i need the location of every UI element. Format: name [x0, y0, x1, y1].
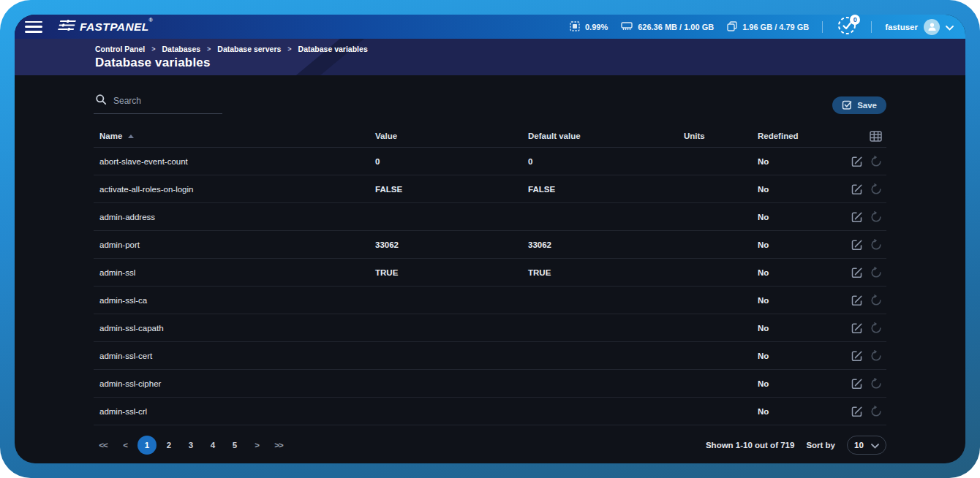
column-header-value[interactable]: Value [375, 132, 528, 140]
menu-icon[interactable] [25, 21, 42, 33]
edit-icon[interactable] [851, 211, 863, 223]
table-row: abort-slave-event-count00No [94, 148, 886, 175]
reset-icon[interactable] [870, 267, 882, 278]
sort-asc-icon [128, 134, 134, 138]
disk-value: 1.96 GB / 4.79 GB [742, 23, 809, 31]
toolbar: Save [94, 91, 886, 114]
column-header-default-value[interactable]: Default value [528, 132, 684, 140]
cell-redefined: No [758, 213, 842, 221]
column-settings-icon[interactable] [870, 131, 882, 142]
window-frame: FASTPANEL® 0.99% 626.36 MB / 1.00 GB [0, 0, 980, 478]
breadcrumb-separator: > [287, 45, 291, 53]
page-header: Control Panel>Databases>Database servers… [15, 39, 965, 75]
edit-icon[interactable] [851, 239, 863, 251]
table-row: admin-ssl-capathNo [94, 314, 886, 342]
reset-icon[interactable] [870, 156, 882, 167]
edit-icon[interactable] [851, 350, 863, 362]
main-content: Save Name Value Default value Units Rede… [15, 75, 965, 463]
cell-redefined: No [758, 324, 842, 333]
per-page-value: 10 [854, 441, 864, 449]
breadcrumb-item[interactable]: Database servers [217, 45, 281, 53]
memory-value: 626.36 MB / 1.00 GB [638, 23, 714, 31]
fastpanel-app: FASTPANEL® 0.99% 626.36 MB / 1.00 GB [15, 15, 965, 463]
divider [822, 21, 823, 33]
memory-icon [621, 21, 633, 32]
brand-logo[interactable]: FASTPANEL® [59, 20, 153, 34]
reset-icon[interactable] [870, 406, 882, 417]
table-body: abort-slave-event-count00Noactivate-all-… [94, 148, 886, 425]
cell-actions [842, 378, 886, 390]
memory-stat: 626.36 MB / 1.00 GB [621, 21, 714, 32]
cell-default-value: FALSE [528, 185, 684, 194]
cell-name: abort-slave-event-count [94, 157, 375, 166]
cell-name: admin-ssl [94, 268, 375, 277]
notifications-button[interactable]: 0 [836, 16, 858, 38]
reset-icon[interactable] [870, 295, 882, 306]
table-row: admin-sslTRUETRUENo [94, 259, 886, 287]
sort-by-label: Sort by [806, 441, 835, 449]
disk-stat: 1.96 GB / 4.79 GB [727, 21, 809, 33]
cell-default-value: 33062 [528, 240, 684, 249]
table-row: admin-addressNo [94, 203, 886, 231]
pagination-page-button[interactable]: 4 [203, 436, 222, 455]
edit-icon[interactable] [851, 378, 863, 390]
cell-actions [842, 156, 886, 167]
chevron-down-icon [946, 20, 954, 34]
page-title: Database variables [95, 56, 965, 70]
table-row: admin-ssl-cipherNo [94, 370, 886, 398]
edit-icon[interactable] [851, 322, 863, 334]
cpu-icon [570, 21, 580, 33]
pagination-page-button[interactable]: 2 [159, 436, 178, 455]
cell-redefined: No [758, 352, 842, 360]
cell-actions [842, 183, 886, 195]
pagination-prev-button[interactable]: < [116, 436, 135, 455]
save-button[interactable]: Save [832, 96, 886, 114]
pagination-page-button[interactable]: 3 [181, 436, 200, 455]
brand-name: FASTPANEL® [80, 20, 153, 34]
reset-icon[interactable] [870, 350, 882, 362]
breadcrumb-item[interactable]: Databases [162, 45, 201, 53]
cell-value: FALSE [375, 185, 528, 194]
pagination-first-button[interactable]: << [94, 436, 113, 455]
cell-actions [842, 267, 886, 278]
breadcrumb-item[interactable]: Control Panel [95, 45, 145, 53]
column-header-name[interactable]: Name [94, 132, 375, 140]
cell-value: TRUE [375, 268, 528, 277]
screenshot-stage: FASTPANEL® 0.99% 626.36 MB / 1.00 GB [0, 0, 980, 478]
table-row: admin-ssl-caNo [94, 287, 886, 314]
pagination-page-button[interactable]: 5 [225, 436, 244, 455]
pagination: <<<12345>>> [94, 436, 288, 455]
registered-mark: ® [149, 18, 154, 23]
footer-right: Shown 1-10 out of 719 Sort by 10 [706, 436, 886, 455]
cell-actions [842, 350, 886, 362]
column-header-units[interactable]: Units [684, 132, 758, 140]
edit-icon[interactable] [851, 267, 863, 278]
pagination-page-button[interactable]: 1 [137, 436, 157, 455]
cell-value: 0 [375, 157, 528, 166]
table-row: activate-all-roles-on-loginFALSEFALSENo [94, 175, 886, 203]
pagination-next-button[interactable]: > [247, 436, 266, 455]
edit-icon[interactable] [851, 295, 863, 306]
cell-name: admin-ssl-crl [94, 407, 375, 416]
search-field[interactable] [94, 91, 222, 114]
cpu-value: 0.99% [585, 23, 608, 31]
edit-icon[interactable] [851, 156, 863, 167]
column-header-redefined[interactable]: Redefined [758, 132, 842, 140]
user-menu[interactable]: fastuser [885, 19, 954, 35]
reset-icon[interactable] [870, 378, 882, 390]
variables-table: Name Value Default value Units Redefined [94, 125, 886, 425]
search-input[interactable] [113, 96, 208, 106]
pagination-last-button[interactable]: >> [269, 436, 288, 455]
cell-actions [842, 406, 886, 417]
reset-icon[interactable] [870, 211, 882, 223]
table-footer: <<<12345>>> Shown 1-10 out of 719 Sort b… [94, 436, 886, 462]
breadcrumb: Control Panel>Databases>Database servers… [95, 45, 965, 53]
table-row: admin-port3306233062No [94, 231, 886, 259]
edit-icon[interactable] [851, 406, 863, 417]
reset-icon[interactable] [870, 322, 882, 334]
reset-icon[interactable] [870, 183, 882, 195]
edit-icon[interactable] [851, 183, 863, 195]
per-page-select[interactable]: 10 [847, 436, 886, 455]
reset-icon[interactable] [870, 239, 882, 251]
breadcrumb-item[interactable]: Database variables [298, 45, 368, 53]
